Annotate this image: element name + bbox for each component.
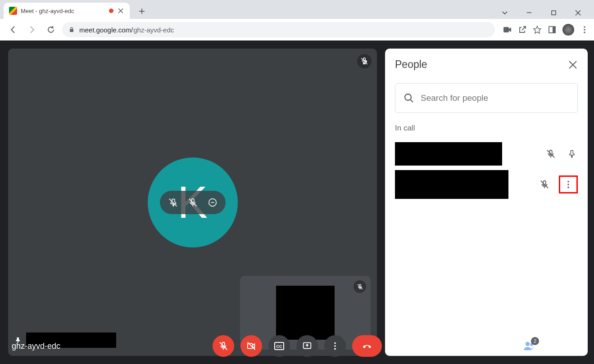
minimize-button[interactable] [521,6,537,19]
svg-rect-4 [553,27,555,33]
participant-name-redacted [395,170,508,199]
svg-point-5 [584,26,585,28]
tab-title: Meet - ghz-ayvd-edc [21,8,74,14]
new-tab-button[interactable] [135,4,149,18]
meet-app: K You People [0,40,594,364]
lock-icon [68,27,75,33]
svg-point-22 [526,342,530,346]
participant-row [395,141,578,167]
participant-row [395,171,578,198]
close-tab-button[interactable] [117,7,124,14]
camera-toggle-button[interactable] [240,335,262,357]
svg-point-19 [334,348,336,350]
svg-point-6 [584,29,585,31]
camera-icon[interactable] [503,26,512,33]
share-icon[interactable] [518,26,526,34]
people-panel: People In call [385,49,588,356]
captions-button[interactable]: CC [268,335,290,357]
search-people-input[interactable] [421,93,569,103]
address-bar: meet.google.com/ghz-ayvd-edc [0,19,594,40]
call-controls: CC [213,335,382,357]
maximize-button[interactable] [545,6,562,19]
chat-button[interactable] [547,340,559,352]
activities-button[interactable] [571,340,582,352]
svg-rect-25 [577,347,581,351]
forward-button[interactable] [24,22,40,37]
back-button[interactable] [5,22,21,37]
mic-off-icon [354,280,366,293]
profile-avatar[interactable] [562,24,574,36]
svg-rect-1 [70,29,73,32]
more-options-button[interactable] [562,180,575,189]
pin-icon[interactable] [565,149,578,158]
browser-menu-icon[interactable] [580,26,589,34]
search-icon [404,93,414,103]
mic-toggle-button[interactable] [213,335,234,357]
url-path: ghz-ayvd-edc [133,26,174,34]
svg-point-7 [584,31,585,33]
mute-participant-icon[interactable] [188,198,198,207]
right-controls: 2 [499,340,582,352]
meeting-details-button[interactable] [499,340,511,352]
people-count-badge: 2 [531,337,539,345]
svg-point-11 [567,184,569,185]
url-domain: meet.google.com/ [79,26,133,34]
bottom-bar: ghz-ayvd-edc CC 2 [0,328,594,364]
chevron-down-icon[interactable] [497,6,513,19]
svg-point-10 [567,181,569,183]
svg-point-9 [405,94,411,100]
people-button[interactable]: 2 [523,340,535,352]
hangup-button[interactable] [352,335,382,357]
recording-indicator-icon [109,9,113,13]
present-button[interactable] [296,335,318,357]
highlighted-more-button [559,175,578,193]
video-area: K You [0,40,385,364]
browser-tab[interactable]: Meet - ghz-ayvd-edc [4,3,130,19]
star-icon[interactable] [533,25,542,34]
tab-bar: Meet - ghz-ayvd-edc [0,0,594,19]
svg-rect-2 [503,27,509,32]
close-window-button[interactable] [570,6,586,19]
unpin-icon[interactable] [168,198,178,207]
svg-rect-0 [552,11,556,15]
panel-title: People [395,58,427,71]
meeting-code: ghz-ayvd-edc [12,342,60,351]
url-field[interactable]: meet.google.com/ghz-ayvd-edc [62,22,495,37]
meet-favicon [9,7,17,15]
browser-chrome: Meet - ghz-ayvd-edc meet.google.com/ghz-… [0,0,594,40]
search-people-box[interactable] [395,83,578,113]
window-controls [497,2,594,19]
mic-off-icon[interactable] [544,149,557,159]
svg-point-12 [567,187,569,189]
section-label: In call [395,124,578,133]
svg-text:CC: CC [276,344,282,349]
svg-point-24 [572,347,576,351]
close-panel-button[interactable] [568,60,578,70]
mic-off-icon[interactable] [538,180,551,189]
svg-point-17 [334,342,336,344]
remove-participant-icon[interactable] [208,198,218,207]
svg-point-21 [505,343,506,345]
svg-point-18 [334,345,336,347]
mic-off-icon [357,54,372,68]
main-participant-tile[interactable]: K You [8,49,377,356]
reload-button[interactable] [43,22,59,37]
tile-hover-controls [160,191,226,214]
participant-name-redacted [395,142,502,166]
reading-list-icon[interactable] [548,26,556,34]
more-options-button[interactable] [324,335,346,357]
